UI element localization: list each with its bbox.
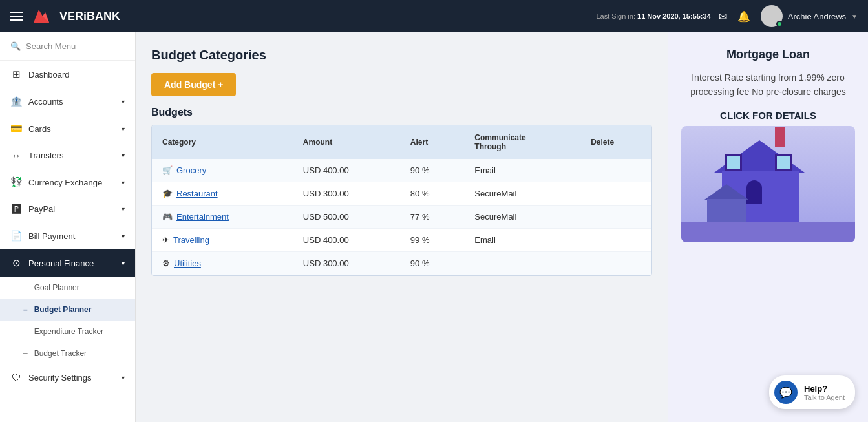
col-amount: Amount (293, 125, 400, 159)
svg-marker-0 (34, 10, 49, 23)
sidebar-item-label: Cards (28, 124, 51, 134)
cell-delete (580, 182, 651, 206)
last-signin-info: Last Sign in: 11 Nov 2020, 15:55:34 (596, 12, 710, 20)
nav-icons-area: ✉ 🔔 Archie Andrews ▼ (719, 5, 858, 27)
mail-icon[interactable]: ✉ (719, 10, 727, 23)
currency-exchange-icon: 💱 (10, 176, 22, 188)
cards-icon: 💳 (10, 123, 22, 134)
sidebar-item-accounts[interactable]: 🏦 Accounts ▾ (0, 88, 135, 115)
sidebar-sub-budget-planner[interactable]: Budget Planner (0, 299, 135, 321)
col-communicate: CommunicateThrough (464, 125, 580, 159)
cell-alert: 77 % (400, 206, 465, 229)
sub-item-label: Budget Planner (34, 305, 92, 314)
cell-amount: USD 400.00 (293, 229, 400, 252)
sidebar-item-label: Dashboard (28, 70, 70, 79)
sidebar-item-bill-payment[interactable]: 📄 Bill Payment ▾ (0, 222, 135, 249)
col-alert: Alert (400, 125, 465, 159)
add-budget-button[interactable]: Add Budget + (151, 73, 236, 96)
utilities-link[interactable]: Utilities (174, 258, 201, 268)
cell-communicate: SecureMail (464, 206, 580, 229)
chevron-down-icon: ▾ (122, 233, 125, 240)
sub-item-label: Goal Planner (34, 283, 79, 292)
sidebar-item-label: Accounts (28, 97, 63, 107)
budget-table: Category Amount Alert CommunicateThrough… (152, 125, 651, 275)
chevron-down-icon: ▾ (122, 260, 125, 267)
chevron-down-icon: ▾ (122, 179, 125, 186)
sidebar-item-dashboard[interactable]: ⊞ Dashboard (0, 61, 135, 88)
chevron-down-icon: ▾ (122, 374, 125, 381)
search-menu[interactable]: 🔍 Search Menu (0, 32, 135, 61)
budget-table-container: Category Amount Alert CommunicateThrough… (151, 125, 652, 276)
online-status-dot (776, 21, 783, 27)
cell-alert: 90 % (400, 159, 465, 182)
grocery-link[interactable]: Grocery (176, 165, 206, 175)
sidebar-item-label: Currency Exchange (28, 178, 102, 187)
help-chat-bubble[interactable]: 💬 Help? Talk to Agent (769, 375, 855, 409)
sidebar-sub-expenditure-tracker[interactable]: Expenditure Tracker (0, 321, 135, 343)
help-text-area: Help? Talk to Agent (804, 384, 845, 401)
dashboard-icon: ⊞ (10, 69, 22, 80)
sidebar-item-label: PayPal (28, 204, 55, 214)
bill-payment-icon: 📄 (10, 230, 22, 242)
cell-category: ✈Travelling (152, 229, 293, 252)
promo-description: Interest Rate starting from 1.99% zero p… (681, 70, 855, 100)
main-layout: 🔍 Search Menu ⊞ Dashboard 🏦 Accounts ▾ 💳… (0, 32, 868, 422)
promo-cta-button[interactable]: CLICK FOR DETAILS (720, 110, 816, 121)
sidebar-item-currency-exchange[interactable]: 💱 Currency Exchange ▾ (0, 169, 135, 196)
cell-category: 🎓Restaurant (152, 182, 293, 206)
entertainment-link[interactable]: Entertainment (176, 212, 229, 222)
user-avatar-area[interactable]: Archie Andrews ▼ (761, 5, 858, 27)
table-row: ⚙Utilities USD 300.00 90 % (152, 252, 651, 275)
paypal-icon: 🅿 (10, 204, 22, 215)
cell-category: 🛒Grocery (152, 159, 293, 182)
budgets-section-label: Budgets (151, 107, 652, 118)
search-icon: 🔍 (10, 41, 21, 51)
search-menu-label: Search Menu (26, 41, 76, 51)
cell-delete (580, 252, 651, 275)
cell-alert: 80 % (400, 182, 465, 206)
promo-title: Mortgage Loan (726, 48, 810, 61)
table-row: ✈Travelling USD 400.00 99 % Email (152, 229, 651, 252)
small-house-roof (704, 184, 748, 200)
chevron-down-icon: ▾ (122, 125, 125, 132)
brand-name: VERiBANK (59, 10, 120, 23)
small-house-body (707, 199, 746, 222)
sidebar-item-personal-finance[interactable]: ⊙ Personal Finance ▾ (0, 249, 135, 277)
cell-communicate (464, 252, 580, 275)
security-settings-icon: 🛡 (10, 372, 22, 383)
cell-amount: USD 300.00 (293, 182, 400, 206)
sidebar-sub-goal-planner[interactable]: Goal Planner (0, 277, 135, 299)
sidebar-item-security-settings[interactable]: 🛡 Security Settings ▾ (0, 364, 135, 391)
help-title: Help? (804, 384, 845, 394)
cell-amount: USD 400.00 (293, 159, 400, 182)
notification-icon[interactable]: 🔔 (737, 10, 750, 23)
sidebar-item-paypal[interactable]: 🅿 PayPal ▾ (0, 196, 135, 222)
brand-logo-area: VERiBANK (31, 7, 120, 25)
chevron-down-icon: ▾ (122, 98, 125, 105)
right-panel: Mortgage Loan Interest Rate starting fro… (668, 32, 868, 422)
promo-card[interactable]: Mortgage Loan Interest Rate starting fro… (668, 32, 868, 422)
col-delete: Delete (580, 125, 651, 159)
page-title: Budget Categories (151, 48, 652, 63)
small-house (707, 189, 746, 222)
travelling-link[interactable]: Travelling (173, 235, 209, 245)
help-subtitle: Talk to Agent (804, 394, 845, 401)
cell-communicate: Email (464, 229, 580, 252)
cell-category: ⚙Utilities (152, 252, 293, 275)
sidebar-item-cards[interactable]: 💳 Cards ▾ (0, 115, 135, 142)
sidebar-item-label: Bill Payment (28, 231, 75, 241)
restaurant-link[interactable]: Restaurant (176, 189, 218, 198)
transfers-icon: ↔ (10, 150, 22, 161)
chat-icon: 💬 (774, 381, 798, 404)
username-label: Archie Andrews (788, 12, 846, 21)
sidebar-item-label: Security Settings (28, 373, 92, 383)
sidebar-item-transfers[interactable]: ↔ Transfers ▾ (0, 142, 135, 169)
hamburger-menu[interactable] (10, 12, 23, 21)
cell-delete (580, 159, 651, 182)
accounts-icon: 🏦 (10, 96, 22, 107)
avatar (761, 5, 783, 27)
sidebar-sub-budget-tracker[interactable]: Budget Tracker (0, 343, 135, 364)
sidebar-item-label: Personal Finance (28, 258, 94, 268)
sub-item-label: Expenditure Tracker (34, 327, 103, 336)
cell-communicate: SecureMail (464, 182, 580, 206)
